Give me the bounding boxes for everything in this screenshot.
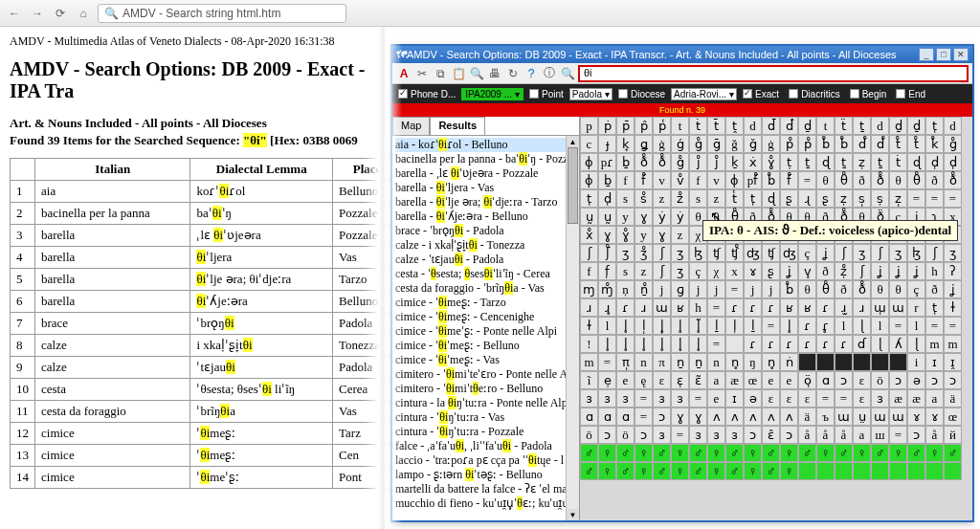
ipa-cell[interactable]: å [835, 426, 853, 444]
ipa-cell[interactable]: ɣ [635, 208, 653, 226]
ipa-cell[interactable]: pɾ [598, 153, 616, 171]
ipa-cell[interactable]: ♂ [689, 444, 707, 462]
ipa-cell[interactable]: ɾ [780, 335, 798, 353]
ipa-cell[interactable]: = [798, 171, 816, 189]
ipa-cell[interactable]: ṫ [689, 117, 707, 135]
ipa-cell[interactable]: ɟ [598, 135, 616, 153]
ipa-cell[interactable] [853, 353, 871, 371]
ipa-cell[interactable]: ɸ [725, 171, 744, 189]
ipa-cell[interactable]: ə [907, 371, 925, 389]
ipa-cell[interactable]: ɔ [780, 426, 798, 444]
point-select[interactable]: Padola ▾ [569, 88, 612, 100]
ipa-cell[interactable]: n̥ [725, 353, 744, 371]
ipa-cell[interactable]: p̂ [635, 117, 653, 135]
ipa-cell[interactable]: ẹ [598, 371, 616, 389]
ipa-cell[interactable]: ṯ [853, 117, 871, 135]
ipa-cell[interactable]: ɔ [889, 371, 907, 389]
begin-check[interactable] [850, 89, 859, 99]
ipa-cell[interactable]: pf̊ [744, 171, 762, 189]
ipa-cell[interactable]: ɔ [744, 426, 762, 444]
list-item[interactable]: brace - ˈbrǫŋθi - Padola [395, 224, 576, 238]
ipa-cell[interactable]: l̩ [635, 317, 653, 335]
ipa-cell[interactable]: ♀ [925, 444, 944, 462]
exact-check[interactable] [743, 89, 752, 99]
ipa-cell[interactable]: x [725, 262, 744, 280]
ipa-cell[interactable]: θ [871, 280, 889, 298]
ipa-cell[interactable]: ɜ [616, 389, 635, 408]
ipa-cell[interactable]: t̜ [925, 298, 944, 317]
ipa-cell[interactable]: ɭ [871, 335, 889, 353]
ipa-cell[interactable]: ḏ [798, 117, 816, 135]
ipa-cell[interactable]: ♀ [598, 444, 616, 462]
ipa-cell[interactable]: t̜ [925, 117, 944, 135]
ipa-cell[interactable]: t [671, 117, 689, 135]
diocese-select[interactable]: Adria-Rovi... ▾ [671, 88, 737, 100]
ipa-cell[interactable]: ɜ [653, 426, 671, 444]
ipa-cell[interactable]: ç [907, 280, 925, 298]
ipa-cell[interactable]: ʝ [889, 262, 907, 280]
ipa-cell[interactable]: ɯ [871, 408, 889, 426]
ipa-cell[interactable]: ɜ [671, 389, 689, 408]
ipa-cell[interactable]: h [689, 298, 707, 317]
ipa-cell[interactable] [871, 353, 889, 371]
ipa-cell[interactable]: t͑ [725, 189, 744, 208]
ipa-cell[interactable]: ẏ [671, 208, 689, 226]
ipa-cell[interactable]: ʤ [780, 244, 798, 262]
ipa-cell[interactable]: ɜ [689, 426, 707, 444]
ipa-cell[interactable]: j [762, 280, 780, 298]
ipa-cell[interactable]: ʌ [744, 408, 762, 426]
ipa-cell[interactable]: ɾ [762, 335, 780, 353]
ipa-cell[interactable]: z [707, 189, 725, 208]
ipa-cell[interactable]: e [780, 371, 798, 389]
ipa-cell[interactable]: ɱ̊ [598, 280, 616, 298]
ipa-cell[interactable]: e [707, 389, 725, 408]
ipa-cell[interactable]: ʝ [780, 262, 798, 280]
ipa-cell[interactable]: ʃ [580, 244, 598, 262]
ipa-cell[interactable]: ẏ [653, 208, 671, 226]
ipa-cell[interactable]: ɣ̊ [762, 153, 780, 171]
ipa-cell[interactable]: æ [907, 389, 925, 408]
close-button[interactable]: ✕ [953, 48, 969, 61]
ipa-cell[interactable]: ɾ [744, 298, 762, 317]
ipa-cell[interactable]: ɮ [689, 244, 707, 262]
ipa-cell[interactable]: i [907, 353, 925, 371]
ipa-cell[interactable]: ɫ [944, 298, 962, 317]
ipa-cell[interactable]: ♀ [671, 462, 689, 480]
ipa-cell[interactable]: ɡ [671, 280, 689, 298]
ipa-cell[interactable]: ɭ [907, 335, 925, 353]
ipa-cell[interactable]: ɤ [907, 408, 925, 426]
ipa-cell[interactable]: s̊ [635, 189, 653, 208]
ipa-cell[interactable]: t̊ [907, 135, 925, 153]
ipa-cell[interactable]: l [871, 317, 889, 335]
ipa-cell[interactable]: f̜ [598, 262, 616, 280]
ipa-cell[interactable]: ṯ [871, 153, 889, 171]
ipa-cell[interactable]: = [944, 189, 962, 208]
ipa-cell[interactable]: ḏ [907, 117, 925, 135]
ipa-cell[interactable]: ♂ [616, 462, 635, 480]
ipa-cell[interactable]: ʃ [835, 244, 853, 262]
ipa-cell[interactable]: ɔ [944, 371, 962, 389]
ipa-cell[interactable]: ɖ [816, 153, 835, 171]
ipa-cell[interactable]: f [580, 262, 598, 280]
ipa-cell[interactable]: b̊ [835, 135, 853, 153]
ipa-cell[interactable]: l̥ [635, 335, 653, 353]
ipa-cell[interactable]: ʒ [671, 244, 689, 262]
ipa-cell[interactable]: ʃ [871, 244, 889, 262]
list-item[interactable]: cintura - ˈθiŋˈtuːra - Vas [395, 410, 576, 425]
ipa-cell[interactable]: ε̜ [671, 371, 689, 389]
ipa-cell[interactable]: ʃ [925, 244, 944, 262]
ipa-cell[interactable]: x̊ [580, 226, 598, 244]
ipa-cell[interactable]: ņ [616, 280, 635, 298]
ipa-cell[interactable]: ɑ [598, 408, 616, 426]
ipa-cell[interactable]: ẗ [835, 117, 853, 135]
list-item[interactable]: cimice - ˈθimeʂː - Tarzo [395, 296, 576, 310]
ipa-cell[interactable]: k̊ [925, 135, 944, 153]
ipa-cell[interactable]: ♂ [580, 462, 598, 480]
ipa-cell[interactable]: s [616, 262, 635, 280]
ipa-cell[interactable]: l̥ [689, 335, 707, 353]
url-bar[interactable]: 🔍 AMDV - Search string html.htm [98, 4, 346, 23]
ipa-cell[interactable]: ъ [816, 408, 835, 426]
ipa-cell[interactable]: ṫ [889, 153, 907, 171]
ipa-cell[interactable]: t̊ [889, 135, 907, 153]
list-item[interactable]: falce - ˌaˈfaˈuθi, ˌliˈˈfaˈuθi - Padola [395, 439, 576, 453]
